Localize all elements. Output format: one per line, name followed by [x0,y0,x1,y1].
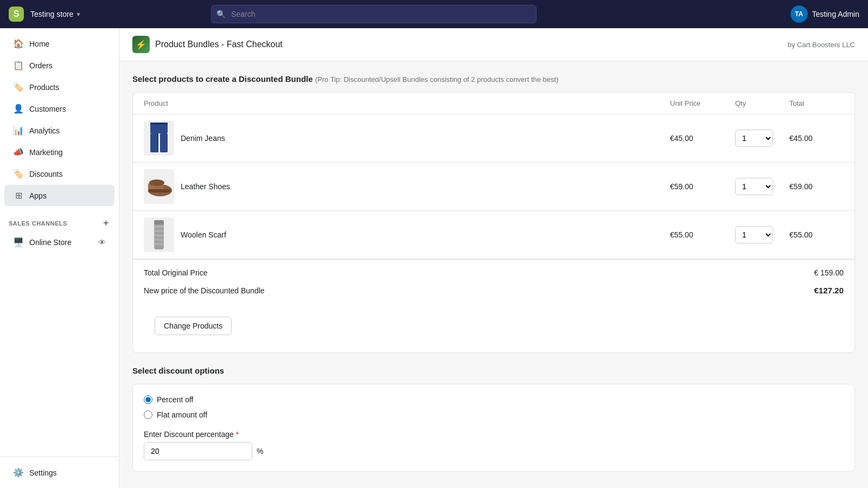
customers-icon: 👤 [13,104,24,114]
total-price: €55.00 [789,230,844,239]
svg-rect-8 [148,189,171,192]
total-price: €45.00 [789,134,844,143]
unit-price: €59.00 [670,182,735,191]
change-products-section: Change Products [133,304,854,352]
discount-card-inner: Percent off Flat amount off Enter Discou… [133,384,854,471]
home-icon: 🏠 [13,38,24,49]
content-area: Select products to create a Discounted B… [119,61,868,488]
new-price-row: New price of the Discounted Bundle €127.… [133,281,854,299]
product-cell: Woolen Scarf [144,217,670,252]
svg-rect-12 [154,230,164,232]
radio-option-flat[interactable]: Flat amount off [144,410,844,419]
marketing-icon: 📣 [13,147,24,157]
product-cell: Leather Shoes [144,169,670,204]
discount-percentage-input[interactable] [144,442,252,460]
product-name: Denim Jeans [181,134,225,143]
admin-name: Testing Admin [812,10,859,18]
svg-point-7 [149,179,164,186]
sidebar-bottom: ⚙️ Settings [0,457,119,488]
sidebar-item-discounts[interactable]: 🏷️ Discounts [4,163,114,184]
app-header: ⚡ Product Bundles - Fast Checkout by Car… [119,28,868,61]
qty-select-scarf[interactable]: 12345 [735,226,773,243]
app-icon: ⚡ [132,36,150,53]
sidebar-item-home[interactable]: 🏠 Home [4,33,114,54]
product-name: Leather Shoes [181,182,230,191]
sidebar-item-label: Home [29,40,49,48]
search-icon: 🔍 [216,10,226,18]
svg-rect-10 [154,220,164,224]
col-product: Product [144,99,670,107]
orders-icon: 📋 [13,60,24,70]
sidebar-item-label: Products [29,83,59,92]
bundle-pro-tip: (Pro Tip: Discounted/Upsell Bundles cons… [315,75,559,84]
sidebar-item-marketing[interactable]: 📣 Marketing [4,142,114,163]
product-name: Woolen Scarf [181,230,226,239]
main-layout: 🏠 Home 📋 Orders 🏷️ Products 👤 Customers … [0,28,868,488]
radio-flat-amount-off[interactable] [144,410,152,419]
svg-rect-15 [154,243,164,245]
app-header-left: ⚡ Product Bundles - Fast Checkout [132,36,283,53]
analytics-icon: 📊 [13,125,24,136]
app-title: Product Bundles - Fast Checkout [155,40,283,49]
summary-section: Total Original Price € 159.00 New price … [133,259,854,304]
unit-price: €45.00 [670,134,735,143]
sidebar-item-label: Analytics [29,126,60,135]
col-qty: Qty [735,99,789,107]
discount-card: Percent off Flat amount off Enter Discou… [132,384,855,472]
table-row: Leather Shoes €59.00 12345 €59.00 [133,163,854,211]
qty-cell: 12345 [735,130,789,147]
sidebar-item-apps[interactable]: ⊞ Apps [4,185,114,206]
apps-icon: ⊞ [13,190,24,201]
online-store-icon: 🖥️ [13,237,24,247]
new-price-label: New price of the Discounted Bundle [144,286,265,295]
eye-icon[interactable]: 👁 [98,238,106,247]
sidebar-item-label: Customers [29,105,66,113]
sidebar-item-label: Apps [29,191,47,200]
chevron-down-icon: ▼ [75,11,81,17]
required-indicator: * [236,430,239,439]
svg-rect-4 [150,123,168,125]
qty-select-denim[interactable]: 12345 [735,130,773,147]
radio-percent-off[interactable] [144,395,152,404]
discount-section: Select discount options Percent off Flat… [132,366,855,472]
svg-rect-1 [150,133,158,152]
new-price-value: €127.20 [814,286,844,295]
sidebar-item-online-store[interactable]: 🖥️ Online Store 👁 [4,232,114,253]
change-products-button[interactable]: Change Products [155,317,232,335]
col-total: Total [789,99,844,107]
products-icon: 🏷️ [13,82,24,92]
product-image-leather-shoes [144,169,174,204]
discount-input-label: Enter Discount percentage * [144,430,844,439]
discount-section-title: Select discount options [132,366,855,375]
product-image-denim-jeans [144,121,174,156]
total-original-row: Total Original Price € 159.00 [133,264,854,281]
unit-price: €55.00 [670,230,735,239]
qty-select-shoes[interactable]: 12345 [735,178,773,195]
bundle-section: Select products to create a Discounted B… [132,74,855,353]
sidebar-item-customers[interactable]: 👤 Customers [4,98,114,119]
sales-channels-title: SALES CHANNELS ＋ [0,211,119,231]
radio-option-percent[interactable]: Percent off [144,395,844,404]
top-navigation: S Testing store ▼ 🔍 TA Testing Admin [0,0,868,28]
app-by: by Cart Boosters LLC [788,41,855,49]
search-bar: 🔍 [211,5,537,23]
svg-rect-11 [154,226,164,228]
sidebar-item-settings[interactable]: ⚙️ Settings [4,462,114,483]
store-name-button[interactable]: Testing store ▼ [30,10,81,18]
search-input[interactable] [211,5,537,23]
sidebar-item-orders[interactable]: 📋 Orders [4,55,114,76]
sidebar-item-label: Settings [29,468,57,477]
settings-icon: ⚙️ [13,467,24,478]
total-original-label: Total Original Price [144,268,208,277]
nav-right: TA Testing Admin [790,5,859,23]
table-row: Woolen Scarf €55.00 12345 €55.00 [133,211,854,259]
sidebar-item-analytics[interactable]: 📊 Analytics [4,120,114,141]
product-image-woolen-scarf [144,217,174,252]
sidebar-item-label: Online Store [29,238,72,247]
discount-radio-group: Percent off Flat amount off [144,395,844,419]
add-sales-channel-button[interactable]: ＋ [101,217,111,229]
table-row: Denim Jeans €45.00 12345 €45.00 [133,114,854,163]
sidebar-item-products[interactable]: 🏷️ Products [4,76,114,98]
discounts-icon: 🏷️ [13,169,24,179]
svg-rect-13 [154,234,164,236]
